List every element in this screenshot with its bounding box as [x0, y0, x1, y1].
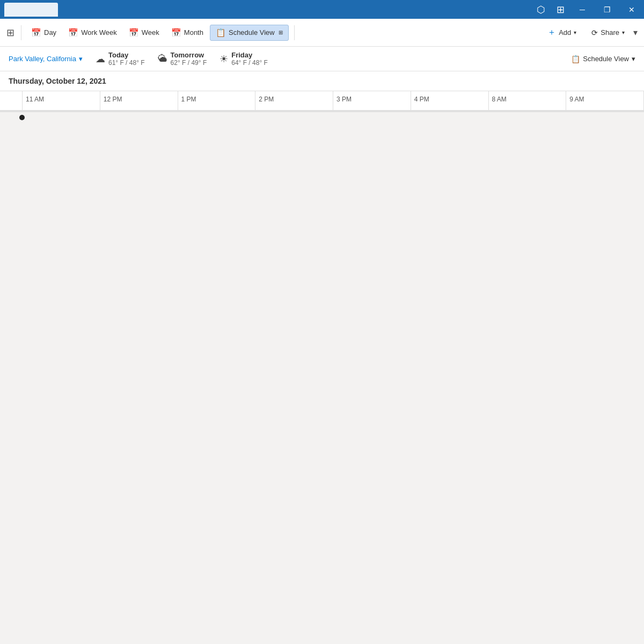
expand-icon: ⊞: [6, 27, 14, 39]
today-label: Today: [108, 51, 145, 59]
month-label: Month: [184, 28, 203, 36]
more-chevron-icon[interactable]: ▾: [633, 27, 638, 38]
month-icon: 📅: [171, 28, 181, 38]
week-button[interactable]: 📅 Week: [123, 25, 165, 40]
time-label-6: 8 AM: [492, 96, 507, 103]
friday-weather: ☀ Friday 64° F / 48° F: [219, 51, 268, 67]
tomorrow-temp: 62° F / 49° F: [171, 59, 207, 67]
schedule-icon: 📋: [216, 28, 226, 38]
title-bar-tab[interactable]: [4, 3, 58, 17]
time-col-1pm: 1 PM: [178, 91, 256, 110]
toolbar-right: ＋ Add ▾ ⟳ Share ▾ ▾: [541, 24, 638, 41]
share-chevron-icon: ▾: [622, 30, 625, 35]
time-label-0: 11 AM: [26, 96, 44, 103]
share-button[interactable]: ⟳ Share ▾: [585, 26, 631, 40]
title-bar-controls: ⬡ ⊞ ─ ❐ ✕: [531, 0, 644, 19]
toolbar-sep-2: [294, 25, 295, 40]
work-week-label: Work Week: [81, 28, 117, 36]
time-col-9am: 9 AM: [566, 91, 644, 110]
today-weather: ☁ Today 61° F / 48° F: [96, 51, 145, 67]
calendar-row-3: Lunch Presentation Skype Meeting Taylor …: [0, 112, 644, 112]
location-label: Park Valley, California: [9, 55, 76, 63]
calendar-date: Thursday, October 12, 2021: [9, 77, 106, 85]
grid-icon: ⊞: [551, 0, 570, 19]
time-label-2: 1 PM: [181, 96, 196, 103]
current-time-dot: [19, 115, 25, 120]
time-label-1: 12 PM: [104, 96, 122, 103]
tomorrow-label: Tomorrow: [171, 51, 207, 59]
view-selector-button[interactable]: 📋 Schedule View ▾: [571, 55, 635, 63]
time-col-8am: 8 AM: [489, 91, 567, 110]
today-weather-icon: ☁: [96, 53, 105, 65]
time-col-2pm: 2 PM: [255, 91, 333, 110]
month-button[interactable]: 📅 Month: [166, 25, 209, 40]
add-button[interactable]: ＋ Add ▾: [541, 24, 583, 41]
toolbar: ⊞ 📅 Day 📅 Work Week 📅 Week 📅 Month 📋 Sch…: [0, 19, 644, 47]
minimize-button[interactable]: ─: [570, 0, 595, 19]
add-chevron-icon: ▾: [574, 30, 576, 35]
close-button[interactable]: ✕: [619, 0, 644, 19]
time-label-5: 4 PM: [414, 96, 429, 103]
day-icon: 📅: [31, 28, 41, 38]
week-icon: 📅: [129, 28, 139, 38]
time-col-12pm: 12 PM: [100, 91, 178, 110]
day-label: Day: [44, 28, 56, 36]
today-temp: 61° F / 48° F: [108, 59, 145, 67]
add-label: Add: [559, 28, 571, 36]
calendar-grid: 11 AM 12 PM 1 PM 2 PM 3 PM 4 PM 8 AM 9 A…: [0, 91, 644, 112]
friday-label: Friday: [231, 51, 268, 59]
day-button[interactable]: 📅 Day: [26, 25, 62, 40]
share-icon: ⟳: [591, 28, 598, 37]
diamond-icon: ⬡: [531, 0, 551, 19]
expand-small-icon: ⊞: [279, 30, 283, 35]
time-col-3pm: 3 PM: [333, 91, 411, 110]
work-week-icon: 📅: [68, 28, 78, 38]
time-col-11am: 11 AM: [23, 91, 100, 110]
week-label: Week: [142, 28, 159, 36]
time-col-4pm: 4 PM: [411, 91, 489, 110]
schedule-view-label: Schedule View: [229, 28, 275, 36]
view-chevron-icon: ▾: [632, 55, 635, 63]
schedule-view-button[interactable]: 📋 Schedule View ⊞: [210, 25, 289, 41]
title-bar: ⬡ ⊞ ─ ❐ ✕: [0, 0, 644, 19]
time-label-7: 9 AM: [569, 96, 584, 103]
tomorrow-weather: 🌥 Tomorrow 62° F / 49° F: [158, 51, 207, 67]
toolbar-sep-1: [21, 25, 21, 40]
view-selector-label: Schedule View: [583, 55, 629, 63]
time-header-row: 11 AM 12 PM 1 PM 2 PM 3 PM 4 PM 8 AM 9 A…: [0, 91, 644, 111]
time-label-4: 3 PM: [336, 96, 352, 103]
tomorrow-weather-icon: 🌥: [158, 53, 167, 64]
view-calendar-icon: 📋: [571, 55, 580, 63]
share-label: Share: [601, 28, 619, 36]
restore-button[interactable]: ❐: [595, 0, 619, 19]
time-label-3: 2 PM: [259, 96, 274, 103]
work-week-button[interactable]: 📅 Work Week: [63, 25, 122, 40]
location-chevron-icon: ▾: [79, 55, 83, 63]
location-button[interactable]: Park Valley, California ▾: [9, 55, 83, 63]
friday-weather-icon: ☀: [219, 53, 228, 65]
plus-icon: ＋: [547, 27, 556, 38]
friday-temp: 64° F / 48° F: [231, 59, 268, 67]
info-bar: Park Valley, California ▾ ☁ Today 61° F …: [0, 47, 644, 71]
calendar-header-bar: Thursday, October 12, 2021: [0, 71, 644, 91]
time-row-stub: [0, 91, 23, 110]
